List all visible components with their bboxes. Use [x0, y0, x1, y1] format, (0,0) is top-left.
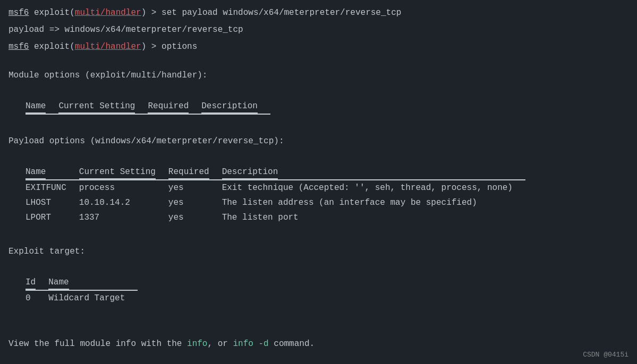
multi-handler-1: multi/handler — [75, 8, 141, 18]
module-col-name: Name — [26, 100, 58, 114]
module-options-table: Name Current Setting Required Descriptio… — [9, 100, 628, 115]
module-col-required: Required — [148, 100, 201, 114]
terminal-line-2: payload => windows/x64/meterpreter/rever… — [9, 23, 628, 36]
payload-options-header: Payload options (windows/x64/meterpreter… — [9, 135, 628, 148]
payload-col-description: Description — [222, 166, 525, 180]
exploit-target-header: Exploit target: — [9, 245, 628, 258]
table-row: EXITFUNCprocessyesExit technique (Accept… — [26, 180, 525, 195]
terminal-line-1: msf6 exploit(multi/handler) > set payloa… — [9, 6, 628, 19]
terminal-window: msf6 exploit(multi/handler) > set payloa… — [9, 6, 628, 350]
footer-text-1: View the full module info with the — [9, 339, 187, 349]
command-2: ) > options — [141, 42, 198, 51]
msf6-prompt-1: msf6 — [9, 8, 29, 18]
exploit-text-1: exploit( — [29, 8, 74, 18]
footer-text-3: command. — [269, 339, 315, 349]
footer-line: View the full module info with the info,… — [9, 337, 628, 350]
module-options-header: Module options (exploit/multi/handler): — [9, 69, 628, 82]
exploit-text-2: exploit( — [29, 42, 74, 51]
csdn-badge: CSDN @0415i — [583, 350, 628, 360]
exploit-target-table: Id Name 0Wildcard Target — [9, 276, 628, 306]
payload-result: payload => windows/x64/meterpreter/rever… — [9, 25, 243, 34]
command-1: ) > set payload windows/x64/meterpreter/… — [141, 8, 402, 18]
payload-options-table: Name Current Setting Required Descriptio… — [9, 166, 628, 225]
terminal-line-3: msf6 exploit(multi/handler) > options — [9, 40, 628, 53]
payload-col-required: Required — [168, 166, 222, 180]
multi-handler-2: multi/handler — [75, 42, 141, 51]
module-col-setting: Current Setting — [58, 100, 148, 114]
target-col-name: Name — [48, 276, 138, 290]
table-row: 0Wildcard Target — [26, 290, 138, 306]
footer-text-2: , or — [207, 339, 233, 349]
msf6-prompt-2: msf6 — [9, 42, 29, 51]
table-row: LHOST10.10.14.2yesThe listen address (an… — [26, 195, 525, 210]
target-col-id: Id — [26, 276, 48, 290]
info-link: info — [187, 339, 207, 349]
info-d-link: info -d — [233, 339, 268, 349]
payload-col-setting: Current Setting — [79, 166, 168, 180]
module-col-description: Description — [201, 100, 270, 114]
table-row: LPORT1337yesThe listen port — [26, 210, 525, 225]
payload-col-name: Name — [26, 166, 79, 180]
